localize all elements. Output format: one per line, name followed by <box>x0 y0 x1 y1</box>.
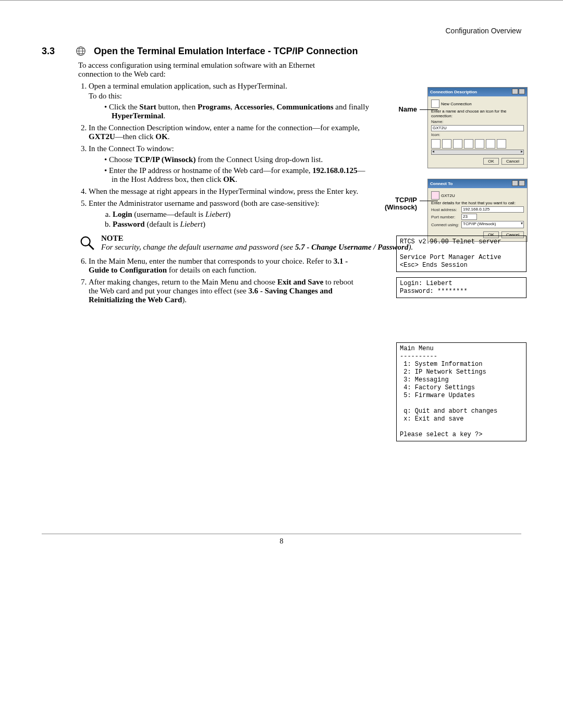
dialog-connect-to: Connect To GXT2U Enter details for the h… <box>427 179 528 242</box>
dialog2-host-input[interactable]: 192.168.0.125 <box>461 206 524 213</box>
dialog1-cancel-button[interactable]: Cancel <box>501 158 524 165</box>
step-1-bullet: Click the Start button, then Programs, A… <box>104 103 370 120</box>
section-heading: Open the Terminal Emulation Interface - … <box>94 46 358 57</box>
body-column: Connection Description New Connection En… <box>78 61 521 304</box>
terminal-main-menu: Main Menu ---------- 1: System Informati… <box>396 342 527 441</box>
dialog1-name-label: Name: <box>431 119 444 124</box>
step-1: Open a terminal emulation application, s… <box>89 82 370 120</box>
dialog-connection-description: Connection Description New Connection En… <box>427 87 528 168</box>
globe-icon <box>75 45 87 57</box>
new-conn-icon <box>431 100 439 108</box>
dialog2-prompt: Enter details for the host that you want… <box>431 201 524 205</box>
label-name: Name <box>399 105 417 113</box>
page-footer: 8 <box>42 534 521 546</box>
help-icon <box>512 180 518 186</box>
close-icon <box>519 89 525 94</box>
step-5: Enter the Administrator username and pas… <box>89 199 407 229</box>
step-7: After making changes, return to the Main… <box>89 278 360 304</box>
note-text: For security, change the default usernam… <box>101 243 413 252</box>
svg-line-3 <box>89 245 94 250</box>
dialog2-titlebar: Connect To <box>428 179 527 188</box>
dialog1-prompt: Enter a name and choose an icon for the … <box>431 109 524 118</box>
label-tcpip: TCP/IP(Winsock) <box>385 196 417 212</box>
dialog2-host: GXT2U <box>441 193 455 198</box>
section-title: 3.3 Open the Terminal Emulation Interfac… <box>42 45 521 57</box>
dialog1-name-input[interactable]: GXT2U <box>431 125 524 131</box>
dialog2-title-text: Connect To <box>430 181 452 186</box>
dialog2-conn-select[interactable]: TCP/IP (Winsock) <box>461 221 524 228</box>
step-5a: Login (username—default is Liebert) <box>113 210 407 219</box>
dialog2-port-label: Port number: <box>431 215 460 219</box>
help-icon <box>512 89 518 94</box>
dialog1-newconn: New Connection <box>441 102 472 106</box>
dialog2-hostaddr-label: Host address: <box>431 207 460 212</box>
note-heading: NOTE <box>101 234 413 243</box>
close-icon <box>519 180 525 186</box>
intro-text: To access configuration using terminal e… <box>78 61 349 79</box>
svg-point-2 <box>81 237 90 246</box>
step-3-bullet-1: Choose TCP/IP (Winsock) from the Connect… <box>104 155 370 164</box>
dialog1-ok-button[interactable]: OK <box>483 158 499 165</box>
step-3-bullet-2: Enter the IP address or hostname of the … <box>104 166 370 184</box>
host-icon <box>431 191 439 200</box>
dialog2-port-input[interactable]: 23 <box>461 214 477 220</box>
magnifier-icon <box>78 234 96 254</box>
step-3: In the Connect To window: Choose TCP/IP … <box>89 144 370 184</box>
screenshot-column: Connection Description New Connection En… <box>427 87 527 252</box>
dialog2-conn-label: Connect using: <box>431 223 460 227</box>
step-4: When the message at right appears in the… <box>89 187 407 196</box>
dialog1-icon-label: Icon: <box>431 132 440 137</box>
dialog1-titlebar: Connection Description <box>428 88 527 96</box>
step-2: In the Connection Description window, en… <box>89 124 370 141</box>
terminal-telnet-banner: RTCS v2.96.00 Telnet server Service Port… <box>396 236 527 272</box>
dialog1-title-text: Connection Description <box>430 90 477 94</box>
dialog1-icon-picker[interactable] <box>431 138 524 149</box>
step-6: In the Main Menu, enter the number that … <box>89 257 360 275</box>
section-number: 3.3 <box>42 46 68 57</box>
page-number: 8 <box>280 537 284 545</box>
dialog2-conn-value: TCP/IP (Winsock) <box>463 221 496 226</box>
dialog1-scrollbar[interactable] <box>431 150 524 155</box>
step-5b: Password (default is Liebert) <box>113 220 407 229</box>
terminal-login: Login: Liebert Password: ******** <box>396 277 527 298</box>
header-right: Configuration Overview <box>42 27 521 35</box>
